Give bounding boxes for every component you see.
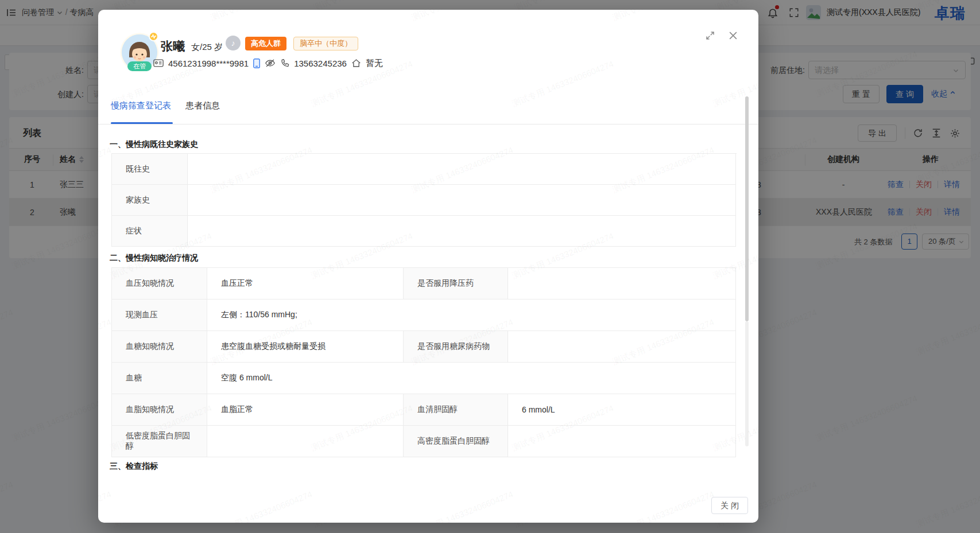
- cell-value: [508, 331, 736, 363]
- row-value: [188, 154, 736, 185]
- voice-note-icon[interactable]: ♪: [226, 36, 241, 50]
- cell-value: [508, 426, 736, 457]
- patient-phone: 13563245236: [294, 59, 347, 68]
- patient-id-number: 4561231998****9981: [168, 59, 249, 68]
- cell-value: 患空腹血糖受损或糖耐量受损: [207, 331, 404, 363]
- cell-label: 现测血压: [112, 299, 207, 331]
- cell-label: 血清胆固醇: [404, 394, 508, 426]
- cell-label: 是否服用降压药: [404, 268, 508, 299]
- close-button[interactable]: 关 闭: [711, 497, 748, 514]
- manage-status-badge: 在管: [127, 61, 152, 71]
- tab-screening-form[interactable]: 慢病筛查登记表: [111, 100, 171, 111]
- cell-label: 是否服用糖尿病药物: [404, 331, 508, 363]
- modal-scrollbar-thumb[interactable]: [745, 96, 749, 321]
- patient-name: 张曦: [161, 38, 185, 55]
- id-card-icon: [153, 59, 164, 67]
- avatar-status-badge-icon: [149, 32, 158, 41]
- tabs-divider: [98, 124, 758, 125]
- row-label: 既往史: [112, 154, 188, 185]
- modal-expand-icon[interactable]: [705, 30, 715, 41]
- row-label: 家族史: [112, 185, 188, 216]
- risk-group-badge: 高危人群: [245, 37, 286, 50]
- history-table: 既往史 家族史 症状: [111, 153, 737, 247]
- awareness-table: 血压知晓情况 血压正常 是否服用降压药 现测血压 左侧：110/56 mmHg;…: [111, 267, 737, 457]
- modal-close-icon[interactable]: [727, 30, 739, 41]
- row-value: [188, 185, 736, 216]
- home-icon: [351, 59, 361, 68]
- disease-level-badge: 脑卒中（中度）: [293, 37, 358, 50]
- cell-value: 空腹 6 mmol/L: [207, 363, 736, 394]
- phone-icon: [280, 59, 289, 68]
- tab-patient-info[interactable]: 患者信息: [185, 100, 220, 111]
- cell-label: 血压知晓情况: [112, 268, 207, 299]
- cell-value: 左侧：110/56 mmHg;: [207, 299, 736, 331]
- patient-contact-row: 4561231998****9981 13563245236 暂无: [153, 57, 383, 69]
- row-value: [188, 216, 736, 247]
- cell-label: 低密度脂蛋白胆固醇: [112, 426, 207, 457]
- section2-title: 二、慢性病知晓治疗情况: [110, 253, 198, 263]
- section1-title: 一、慢性病既往史家族史: [110, 139, 198, 150]
- cell-label: 血脂知晓情况: [112, 394, 207, 426]
- cell-value: 6 mmol/L: [508, 394, 736, 426]
- mobile-verify-icon[interactable]: [253, 59, 260, 68]
- cell-label: 高密度脂蛋白胆固醇: [404, 426, 508, 457]
- cell-label: 血糖: [112, 363, 207, 394]
- cell-label: 血糖知晓情况: [112, 331, 207, 363]
- cell-value: 血脂正常: [207, 394, 404, 426]
- patient-gender-age: 女/25 岁: [191, 42, 223, 53]
- modal-scrollbar-track: [745, 321, 749, 446]
- cell-value: [508, 268, 736, 299]
- cell-value: 血压正常: [207, 268, 404, 299]
- row-label: 症状: [112, 216, 188, 247]
- section3-title: 三、检查指标: [110, 461, 158, 472]
- cell-value: [207, 426, 404, 457]
- eye-off-icon[interactable]: [265, 59, 276, 68]
- patient-address: 暂无: [366, 58, 383, 69]
- patient-detail-modal: 在管 张曦 女/25 岁 ♪ 高危人群 脑卒中（中度） 4561231998**…: [98, 10, 758, 523]
